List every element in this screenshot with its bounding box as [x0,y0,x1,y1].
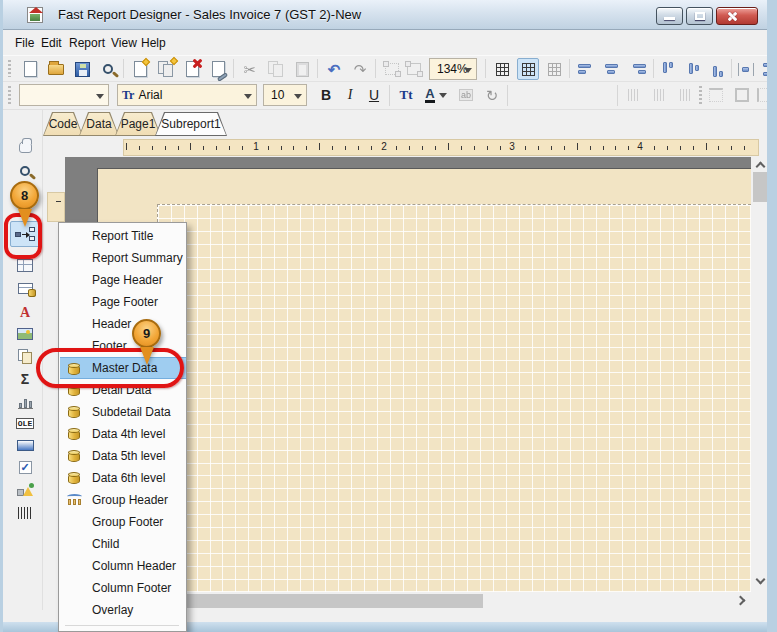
horizontal-ruler: 1 2 3 4 [123,139,759,156]
menu-item-subdetail-data[interactable]: Subdetail Data [60,401,186,423]
border-left-button[interactable] [753,84,775,106]
scroll-right-arrow[interactable] [736,596,746,606]
space-horizontally-button[interactable] [735,58,757,80]
insert-chart-tool[interactable] [13,391,37,413]
menu-file[interactable]: File [11,34,38,52]
menu-item-header[interactable]: Header [60,313,186,335]
menu-view[interactable]: View [107,34,141,52]
highlight-button[interactable]: ab [455,84,477,106]
ungroup-button[interactable] [403,58,425,80]
align-centers-button[interactable] [601,58,623,80]
menu-item-report-summary[interactable]: Report Summary [60,247,186,269]
text-align-right-button[interactable] [565,84,587,106]
title-bar[interactable]: Fast Report Designer - Sales Invoice 7 (… [0,0,777,30]
align-bottom-edges-button[interactable] [707,58,729,80]
insert-total-tool[interactable]: Σ [13,368,37,390]
zoom-combo[interactable]: 134% [429,58,477,80]
insert-gradient-tool[interactable] [13,434,37,456]
page-settings-button[interactable] [207,58,229,80]
font-name-combo[interactable]: Tr Arial [117,84,257,106]
new-report-button[interactable] [19,58,41,80]
menu-item-column-footer[interactable]: Column Footer [60,577,186,599]
cut-button[interactable]: ✂ [239,58,261,80]
align-to-grid-button[interactable] [543,58,565,80]
text-style-button[interactable]: Tt [395,84,417,106]
style-combo[interactable] [19,84,109,106]
insert-checkbox-tool[interactable]: ✓ [13,456,37,478]
underline-button[interactable]: U [363,84,385,106]
copy-page-button[interactable] [155,58,177,80]
scroll-down-arrow[interactable] [756,575,766,585]
text-align-justify-button[interactable] [591,84,613,106]
text-valign-bottom-button[interactable] [675,84,697,106]
insert-text-tool[interactable]: A [13,302,37,324]
show-grid-button[interactable] [491,58,513,80]
toolbar-grip[interactable] [8,60,11,77]
insert-data-table-tool[interactable] [13,277,37,299]
menu-help[interactable]: Help [137,34,170,52]
insert-shape-tool[interactable] [13,479,37,501]
bold-button[interactable]: B [315,84,337,106]
horizontal-scroll-thumb[interactable] [187,594,483,608]
toolbar-grip[interactable] [699,86,702,105]
snap-to-grid-button[interactable] [517,58,539,80]
insert-ole-tool[interactable]: OLE [13,412,37,434]
design-grid[interactable] [157,204,751,592]
new-page-button[interactable] [129,58,151,80]
insert-picture-tool[interactable] [13,323,37,345]
menu-item-report-title[interactable]: Report Title [60,225,186,247]
copy-button[interactable] [265,58,287,80]
text-valign-top-button[interactable] [623,84,645,106]
insert-barcode-tool[interactable] [13,502,37,524]
border-all-button[interactable] [731,84,753,106]
group-button[interactable] [381,58,403,80]
insert-page-tool[interactable] [13,345,37,367]
report-page[interactable] [97,168,751,592]
tab-code[interactable]: Code [43,112,83,136]
zoom-tool[interactable] [13,160,37,182]
align-top-edges-button[interactable] [657,58,679,80]
maximize-button[interactable] [686,7,713,25]
text-align-center-button[interactable] [539,84,561,106]
menu-item-data-5th-level[interactable]: Data 5th level [60,445,186,467]
paste-button[interactable] [291,58,313,80]
menu-item-page-header[interactable]: Page Header [60,269,186,291]
font-size-combo[interactable]: 10 [263,84,307,106]
menu-item-child[interactable]: Child [60,533,186,555]
align-middles-button[interactable] [683,58,705,80]
tab-data[interactable]: Data [79,112,119,136]
scroll-up-arrow[interactable] [756,162,766,172]
open-report-button[interactable] [45,58,67,80]
menu-item-group-header[interactable]: Group Header [60,489,186,511]
undo-button[interactable]: ↶ [323,58,345,80]
border-top-button[interactable] [705,84,727,106]
align-left-edges-button[interactable] [575,58,597,80]
rotate-text-button[interactable]: ↻ [481,84,503,106]
menu-edit[interactable]: Edit [37,34,66,52]
align-right-edges-button[interactable] [627,58,649,80]
menu-item-data-6th-level[interactable]: Data 6th level [60,467,186,489]
vertical-scrollbar[interactable] [751,157,770,592]
menu-item-overlay[interactable]: Overlay [60,599,186,621]
menu-item-page-footer[interactable]: Page Footer [60,291,186,313]
close-button[interactable] [716,7,758,25]
font-color-button[interactable]: A [421,84,451,106]
text-align-left-button[interactable] [513,84,535,106]
redo-button[interactable]: ↷ [349,58,371,80]
vertical-scroll-thumb[interactable] [753,172,768,202]
space-vertically-button[interactable] [757,58,777,80]
menu-item-data-4th-level[interactable]: Data 4th level [60,423,186,445]
delete-page-button[interactable] [181,58,203,80]
tab-subreport1[interactable]: Subreport1 [155,112,227,136]
menu-item-group-footer[interactable]: Group Footer [60,511,186,533]
toolbar-grip[interactable] [8,86,11,105]
italic-button[interactable]: I [339,84,361,106]
hand-tool[interactable] [13,136,37,158]
preview-button[interactable] [97,58,119,80]
menu-item-column-header[interactable]: Column Header [60,555,186,577]
save-report-button[interactable] [71,58,93,80]
font-color-dropdown-arrow[interactable] [439,93,447,98]
text-valign-middle-button[interactable] [649,84,671,106]
menu-report[interactable]: Report [65,34,109,52]
minimize-button[interactable] [656,7,683,25]
